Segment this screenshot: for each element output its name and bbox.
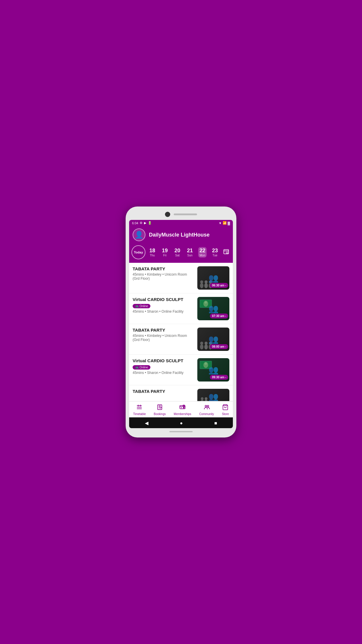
memberships-icon <box>179 404 186 412</box>
cal-day-thu[interactable]: 18 Thu <box>148 247 156 258</box>
status-bar: 6:04 ⚙ ▶ 🔋 ▼ 📶 ▓ <box>129 220 233 226</box>
svg-point-17 <box>205 342 208 345</box>
back-button[interactable]: ◀ <box>145 420 148 426</box>
class-details-1: 45mins • Kimbeley • Unicorn Room(Grd Flo… <box>133 272 194 281</box>
time-badge-1[interactable]: 06:30 am › <box>210 283 228 288</box>
svg-point-16 <box>204 344 208 349</box>
battery-right-icon: ▓ <box>228 221 230 225</box>
cal-day-mon[interactable]: 22 Mon <box>198 247 206 258</box>
nav-timetable[interactable]: Timetable <box>131 403 148 416</box>
recents-button[interactable]: ■ <box>214 421 217 426</box>
video-icon-2: 📹 <box>135 304 138 308</box>
app-title: DailyMuscle LightHouse <box>149 232 210 238</box>
home-indicator <box>169 431 193 432</box>
community-icon <box>203 404 210 412</box>
svg-point-42 <box>205 405 207 407</box>
timetable-label: Timetable <box>133 412 146 416</box>
bookings-icon <box>157 404 163 412</box>
day-name-sat: Sat <box>175 254 180 257</box>
store-label: Store <box>222 412 229 416</box>
nav-bookings[interactable]: Bookings <box>152 403 168 416</box>
class-image-5 <box>197 389 229 401</box>
status-time: 6:04 <box>132 221 138 225</box>
cal-day-sun[interactable]: 21 Sun <box>186 247 194 258</box>
avatar[interactable]: 👤 <box>133 228 145 241</box>
speaker <box>174 214 197 215</box>
time-badge-3[interactable]: 08:00 am › <box>210 344 228 349</box>
home-button[interactable]: ● <box>180 421 183 426</box>
phone-top-bar <box>129 212 233 217</box>
wifi-icon: ▼ <box>219 221 222 225</box>
svg-point-4 <box>200 283 203 288</box>
svg-point-27 <box>205 397 207 400</box>
cal-day-sat[interactable]: 20 Sat <box>173 247 181 258</box>
phone-device: 6:04 ⚙ ▶ 🔋 ▼ 📶 ▓ 👤 DailyMuscle LightHous… <box>126 206 236 438</box>
class-item-2[interactable]: Virtual CARDIO SCULPT 📹 Online 45mins • … <box>129 293 233 324</box>
time-text-1: 06:30 am <box>212 284 224 287</box>
calendar-search-button[interactable] <box>222 247 231 258</box>
class-name-2: Virtual CARDIO SCULPT <box>133 297 194 302</box>
nav-memberships[interactable]: Memberships <box>172 403 193 416</box>
svg-point-23 <box>205 362 207 365</box>
class-details-3: 45mins • Kimbeley • Unicorn Room(Grd Flo… <box>133 334 194 342</box>
class-info-4: Virtual CARDIO SCULPT 📹 Online 45mins • … <box>133 358 197 382</box>
svg-point-5 <box>200 280 203 284</box>
android-nav-bar: ◀ ● ■ <box>129 417 233 428</box>
day-name-sun: Sun <box>187 254 193 257</box>
class-info-1: TABATA PARTY 45mins • Kimbeley • Unicorn… <box>133 266 197 290</box>
time-text-3: 08:00 am <box>212 345 224 348</box>
svg-point-2 <box>226 252 228 253</box>
svg-point-25 <box>201 397 203 400</box>
svg-point-7 <box>205 280 208 284</box>
status-icons: ▼ 📶 ▓ <box>219 221 230 225</box>
class-info-2: Virtual CARDIO SCULPT 📹 Online 45mins • … <box>133 297 197 320</box>
svg-point-43 <box>207 405 209 407</box>
store-icon <box>222 404 229 412</box>
svg-point-15 <box>200 342 203 345</box>
class-item-5[interactable]: TABATA PARTY <box>129 385 233 401</box>
arrow-icon-3: › <box>225 345 226 348</box>
timetable-icon <box>136 404 143 412</box>
class-info-3: TABATA PARTY 45mins • Kimbeley • Unicorn… <box>133 328 197 351</box>
class-item-3[interactable]: TABATA PARTY 45mins • Kimbeley • Unicorn… <box>129 324 233 355</box>
bookings-label: Bookings <box>154 412 166 416</box>
user-icon: 👤 <box>135 231 143 239</box>
class-thumb-4: 09:30 am › <box>197 358 229 382</box>
bottom-nav: Timetable Bookings <box>129 401 233 417</box>
day-name-mon: Mon <box>200 254 205 257</box>
community-label: Community <box>199 412 214 416</box>
page-wrapper: 6:04 ⚙ ▶ 🔋 ▼ 📶 ▓ 👤 DailyMuscle LightHous… <box>121 206 241 438</box>
online-badge-2: 📹 Online <box>133 304 150 308</box>
class-item-1[interactable]: TABATA PARTY 45mins • Kimbeley • Unicorn… <box>129 263 233 293</box>
arrow-icon-1: › <box>225 284 226 287</box>
class-name-5: TABATA PARTY <box>133 389 194 394</box>
play-icon: ▶ <box>144 221 146 225</box>
class-details-4: 45mins • Sharon • Online Facility <box>133 371 194 375</box>
memberships-label: Memberships <box>174 412 191 416</box>
class-thumb-1: 06:30 am › <box>197 266 229 290</box>
video-icon-4: 📹 <box>135 366 138 369</box>
day-num-tue: 23 <box>212 248 218 254</box>
time-badge-4[interactable]: 09:30 am › <box>210 375 228 380</box>
time-text-4: 09:30 am <box>212 376 224 379</box>
phone-bottom-bar <box>129 431 233 432</box>
settings-icon: ⚙ <box>140 221 143 225</box>
signal-icon: 📶 <box>223 221 227 225</box>
day-num-fri: 19 <box>162 248 168 254</box>
day-name-fri: Fri <box>163 254 167 257</box>
cal-day-tue[interactable]: 23 Tue <box>211 247 219 258</box>
class-item-4[interactable]: Virtual CARDIO SCULPT 📹 Online 45mins • … <box>129 355 233 385</box>
today-button[interactable]: Today <box>131 245 145 259</box>
class-details-2: 45mins • Sharon • Online Facility <box>133 309 194 314</box>
arrow-icon-2: › <box>225 315 226 318</box>
nav-community[interactable]: Community <box>197 403 216 416</box>
time-badge-2[interactable]: 07:30 am › <box>210 314 228 318</box>
nav-store[interactable]: Store <box>220 403 231 416</box>
status-left: 6:04 ⚙ ▶ 🔋 <box>132 221 152 225</box>
online-badge-4: 📹 Online <box>133 365 150 370</box>
camera <box>165 212 170 217</box>
day-num-sun: 21 <box>187 248 193 254</box>
svg-point-40 <box>183 407 184 408</box>
cal-day-fri[interactable]: 19 Fri <box>161 247 169 258</box>
svg-point-14 <box>200 344 203 349</box>
